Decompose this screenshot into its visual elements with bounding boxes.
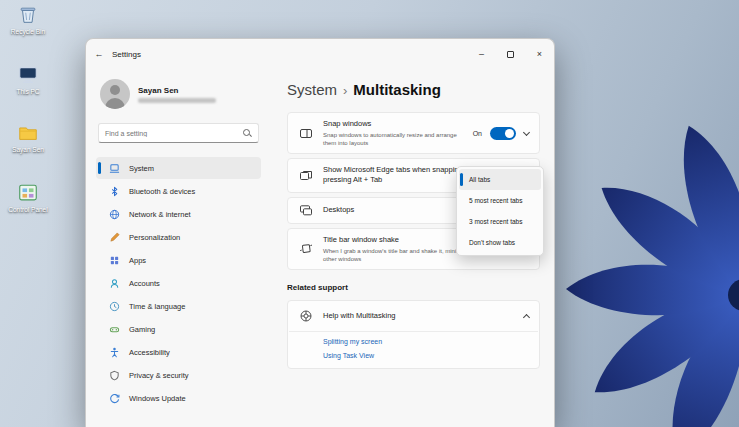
window-title: Settings — [112, 50, 141, 59]
breadcrumb-separator: › — [343, 83, 347, 98]
card-subtitle: Snap windows to automatically resize and… — [323, 131, 464, 147]
titlebar[interactable]: ← Settings – × — [86, 39, 554, 69]
dropdown-item-5-most-recent[interactable]: 5 most recent tabs — [459, 190, 541, 211]
bluetooth-icon — [108, 186, 121, 197]
apps-icon — [108, 255, 121, 266]
sidebar-item-time-language[interactable]: Time & language — [96, 295, 261, 317]
avatar — [100, 79, 130, 109]
chevron-up-icon[interactable] — [523, 314, 530, 321]
close-button[interactable]: × — [525, 39, 554, 69]
accounts-icon — [108, 278, 121, 289]
window-controls: – × — [467, 39, 554, 69]
card-title: Snap windows — [323, 119, 464, 129]
maximize-icon — [507, 51, 514, 58]
sidebar-item-accessibility[interactable]: Accessibility — [96, 341, 261, 363]
sidebar-item-network-internet[interactable]: Network & internet — [96, 203, 261, 225]
desktop-icon-control-panel[interactable]: Control Panel — [2, 182, 54, 214]
desktop-icon-recycle-bin[interactable]: Recycle Bin — [2, 4, 54, 36]
sidebar-item-bluetooth-devices[interactable]: Bluetooth & devices — [96, 180, 261, 202]
settings-sidebar: Sayan Sen System — [86, 69, 271, 427]
shake-icon — [298, 242, 314, 255]
network-icon — [108, 209, 121, 220]
gaming-icon — [108, 324, 121, 335]
desktop-icon-label: Recycle Bin — [11, 28, 45, 36]
help-card-title: Help with Multitasking — [323, 311, 515, 320]
accessibility-icon — [108, 347, 121, 358]
desktop-icon-user-folder[interactable]: Sayan Sen — [2, 122, 54, 154]
dropdown-item-all-tabs[interactable]: All tabs — [459, 169, 541, 190]
edge-tabs-dropdown: All tabs 5 most recent tabs 3 most recen… — [456, 166, 544, 256]
link-splitting-my-screen[interactable]: Splitting my screen — [323, 338, 382, 345]
maximize-button[interactable] — [496, 39, 525, 69]
sidebar-item-windows-update[interactable]: Windows Update — [96, 387, 261, 409]
back-button[interactable]: ← — [86, 49, 112, 59]
recycle-bin-icon — [17, 4, 39, 26]
folder-icon — [17, 122, 39, 144]
snap-windows-icon — [298, 127, 314, 140]
search-icon — [243, 129, 252, 138]
desktop-icon-label: This PC — [16, 88, 39, 96]
dropdown-item-3-most-recent[interactable]: 3 most recent tabs — [459, 211, 541, 232]
sidebar-nav: System Bluetooth & devices Network & int… — [96, 157, 261, 409]
card-title: Title bar window shake — [323, 235, 477, 245]
sidebar-item-accounts[interactable]: Accounts — [96, 272, 261, 294]
user-name: Sayan Sen — [138, 86, 216, 95]
breadcrumb: System › Multitasking — [287, 81, 540, 98]
search-input[interactable] — [105, 130, 243, 137]
desktop-icon-this-pc[interactable]: This PC — [2, 64, 54, 96]
sidebar-item-gaming[interactable]: Gaming — [96, 318, 261, 340]
search-box — [98, 123, 259, 143]
sidebar-item-personalization[interactable]: Personalization — [96, 226, 261, 248]
dropdown-item-dont-show[interactable]: Don't show tabs — [459, 232, 541, 253]
sidebar-item-apps[interactable]: Apps — [96, 249, 261, 271]
sidebar-item-privacy-security[interactable]: Privacy & security — [96, 364, 261, 386]
user-email-blurred — [138, 98, 216, 103]
windows-update-icon — [108, 393, 121, 404]
desktop-icon-label: Control Panel — [8, 206, 47, 214]
help-card-header[interactable]: Help with Multitasking — [288, 301, 539, 331]
selected-indicator — [98, 162, 101, 174]
page-title: Multitasking — [353, 81, 441, 98]
desktop: Recycle Bin This PC Sayan Sen Control Pa… — [0, 0, 739, 427]
help-card: Help with Multitasking Splitting my scre… — [287, 300, 540, 369]
control-panel-icon — [17, 182, 39, 204]
related-support-heading: Related support — [287, 283, 540, 292]
link-using-task-view[interactable]: Using Task View — [323, 352, 374, 359]
privacy-icon — [108, 370, 121, 381]
edge-tabs-icon — [298, 169, 314, 182]
snap-windows-toggle[interactable] — [490, 127, 516, 140]
this-pc-icon — [17, 64, 39, 86]
sidebar-item-system[interactable]: System — [96, 157, 261, 179]
toggle-state-label: On — [473, 130, 482, 137]
time-language-icon — [108, 301, 121, 312]
settings-window: ← Settings – × Sayan Sen — [85, 38, 555, 427]
card-subtitle: When I grab a window's title bar and sha… — [323, 247, 477, 263]
breadcrumb-system[interactable]: System — [287, 81, 337, 98]
help-icon — [298, 309, 314, 323]
system-icon — [108, 163, 121, 174]
desktops-icon — [298, 204, 314, 217]
desktop-icon-label: Sayan Sen — [12, 146, 44, 154]
user-profile[interactable]: Sayan Sen — [96, 75, 261, 119]
chevron-down-icon[interactable] — [523, 129, 530, 136]
snap-windows-card[interactable]: Snap windows Snap windows to automatical… — [287, 112, 540, 154]
personalization-icon — [108, 232, 121, 243]
minimize-button[interactable]: – — [467, 39, 496, 69]
